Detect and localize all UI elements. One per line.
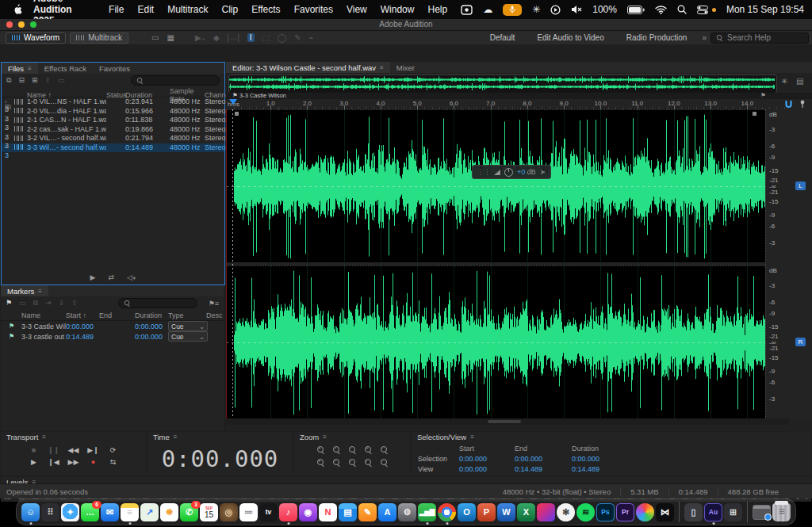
column-duration[interactable]: Duration xyxy=(135,311,168,319)
dock-app-store[interactable]: A xyxy=(378,503,396,521)
right-channel-badge[interactable]: R xyxy=(795,338,806,346)
slip-tool-icon[interactable]: |↔| xyxy=(228,33,239,42)
marker-name[interactable]: 3-3 castle out xyxy=(21,333,66,341)
zoom-full-button[interactable]: · xyxy=(380,458,389,468)
dock-photoshop[interactable]: Ps xyxy=(596,503,615,521)
panel-menu-icon[interactable]: ≡ xyxy=(174,433,178,441)
lasso-selection-tool-icon[interactable]: ◯ xyxy=(278,33,286,42)
column-type[interactable]: Type xyxy=(168,311,206,319)
marker-start[interactable]: 0:00.000 xyxy=(66,323,99,330)
record-button[interactable]: ● xyxy=(87,458,100,466)
dock-photos[interactable]: ❋ xyxy=(160,503,178,521)
fast-forward-button[interactable]: ▶▶ xyxy=(67,458,80,466)
file-row[interactable]: ›2-2 cas…sak - HALF 1.wav0:19.86648000 H… xyxy=(2,125,224,135)
menu-item-view[interactable]: View xyxy=(347,4,367,15)
overview-menu-icon[interactable]: ▤ xyxy=(796,77,803,86)
dock-word[interactable]: W xyxy=(497,503,515,521)
zoom-in-time-button[interactable]: + xyxy=(316,458,325,468)
time-display[interactable]: 0:00.000 xyxy=(147,445,293,472)
snap-magnet-icon[interactable] xyxy=(784,100,793,109)
loop-playback-button[interactable]: ⟳ xyxy=(107,446,120,454)
view-start-value[interactable]: 0:00.000 xyxy=(459,465,515,473)
dock-maps[interactable]: ↗ xyxy=(140,503,159,521)
zoom-out-amplitude-button[interactable]: − xyxy=(332,445,341,455)
tab-editor[interactable]: Editor: 3-3 Wilson Castle - second half.… xyxy=(226,62,390,73)
workspace-default-button[interactable]: Default xyxy=(490,33,515,42)
marker-duration[interactable]: 0:00.000 xyxy=(135,333,168,341)
spotlight-search-icon[interactable] xyxy=(677,5,687,14)
expand-chevron-icon[interactable]: › xyxy=(5,98,14,105)
menu-clock[interactable]: Mon 15 Sep 19:54 xyxy=(726,4,804,15)
play-circle-icon[interactable] xyxy=(550,5,561,15)
gain-hud[interactable]: ⋮⋮ +0 dB ➤ xyxy=(472,165,551,179)
dock-numbers[interactable]: ▂▅▇ xyxy=(418,503,436,521)
import-markers-icon[interactable]: ⇪ xyxy=(71,299,78,307)
dock-premiere-pro[interactable]: Pr xyxy=(616,503,634,521)
zoom-in-point-button[interactable]: + xyxy=(364,445,373,455)
loop-preview-button[interactable]: ⇄ xyxy=(108,273,114,281)
pause-button[interactable]: ❙❙ xyxy=(48,446,60,454)
amplitude-scale[interactable]: dB-3-6-9-15-21-∞-21-15-9-6-3 dB-3-6-9-15… xyxy=(765,109,790,418)
panel-menu-icon[interactable]: ≡ xyxy=(323,433,327,441)
selection-start-value[interactable]: 0:00.000 xyxy=(459,455,515,463)
battery-icon[interactable] xyxy=(627,6,645,14)
insert-into-multitrack-icon[interactable]: ⇪ xyxy=(45,76,52,85)
zoom-in-amplitude-button[interactable]: + xyxy=(316,445,325,455)
tab-favorites[interactable]: Favorites xyxy=(93,63,136,74)
range-handle-left[interactable] xyxy=(235,112,239,116)
overview-settings-icon[interactable]: ✳ xyxy=(781,77,787,86)
hud-gain-value[interactable]: +0 xyxy=(517,168,525,176)
auto-play-button[interactable]: ◁⁎ xyxy=(127,273,136,281)
menu-item-edit[interactable]: Edit xyxy=(137,4,154,15)
marquee-selection-tool-icon[interactable]: ⬚ xyxy=(262,33,270,42)
expand-chevron-icon[interactable]: › xyxy=(5,125,14,132)
zoom-reset-amplitude-button[interactable]: · xyxy=(348,445,357,455)
hud-drag-handle[interactable]: ⋮⋮ xyxy=(477,168,490,176)
stop-button[interactable]: ■ xyxy=(28,446,40,454)
scrollbar-handle[interactable] xyxy=(488,420,521,423)
file-row[interactable]: ›3-2 VIL…- second half.wav0:21.79448000 … xyxy=(2,134,224,143)
column-name[interactable]: Name xyxy=(21,311,66,319)
settings-flower-icon[interactable]: ✳ xyxy=(532,4,540,15)
microphone-in-use-indicator[interactable] xyxy=(503,4,522,16)
zoom-selection-left-button[interactable]: ‹ xyxy=(348,458,357,468)
marker-row[interactable]: ⚑3-3 castle out0:14.4890:00.000Cue⌄ xyxy=(1,331,224,342)
range-handle-right[interactable] xyxy=(753,112,756,116)
panel-menu-icon[interactable]: ≡ xyxy=(380,64,384,71)
timeline-ruler[interactable]: hms 1.02.03.04.05.06.07.08.09.010.011.01… xyxy=(226,99,812,110)
dock-facetime[interactable]: ✆3 xyxy=(180,503,198,521)
media-browser-icon[interactable]: ⊟ xyxy=(18,76,25,85)
expand-chevron-icon[interactable]: › xyxy=(5,116,14,124)
marker-list-options-icon[interactable]: ⚑≡ xyxy=(209,300,219,307)
dock-safari[interactable]: ✦ xyxy=(61,503,79,521)
expand-chevron-icon[interactable]: › xyxy=(5,135,14,142)
rewind-button[interactable]: ◀◀ xyxy=(67,446,80,454)
open-file-icon[interactable]: ⧉ xyxy=(6,76,11,85)
dock-garageband[interactable]: ◎ xyxy=(220,503,238,521)
go-to-next-button[interactable]: ▶❙ xyxy=(87,446,100,454)
dock-screenshot-preview[interactable] xyxy=(753,503,771,521)
search-help-field[interactable]: Search Help xyxy=(710,32,809,44)
menu-item-multitrack[interactable]: Multitrack xyxy=(167,4,208,15)
marker-type-dropdown[interactable]: Cue⌄ xyxy=(168,321,208,331)
panel-menu-icon[interactable]: ≡ xyxy=(42,433,46,441)
waveform-view-button[interactable]: Waveform xyxy=(6,32,66,44)
dock-excel[interactable]: X xyxy=(517,503,535,521)
dock-iphone-mirroring[interactable]: ▯ xyxy=(684,503,703,521)
dock-keynote[interactable]: ▤ xyxy=(339,503,357,521)
window-title-bar[interactable]: Adobe Audition xyxy=(0,19,812,31)
view-duration-value[interactable]: 0:14.489 xyxy=(572,465,630,473)
clip-marker-label[interactable]: 3-3 Castle Wilson xyxy=(239,93,286,99)
menu-item-help[interactable]: Help xyxy=(427,4,447,15)
delete-marker-icon[interactable]: ▭ xyxy=(19,299,26,307)
new-content-icon[interactable]: ⊞ xyxy=(32,76,38,85)
marker-name[interactable]: 3-3 Castle Wilson xyxy=(21,323,66,330)
zoom-history-button[interactable]: · xyxy=(380,445,389,455)
dock-launchpad[interactable]: ⠿ xyxy=(41,503,59,521)
play-preview-button[interactable]: ▶ xyxy=(90,273,96,281)
dock-messages[interactable]: …6 xyxy=(81,503,99,521)
files-search-field[interactable] xyxy=(131,75,220,86)
multitrack-view-button[interactable]: Multitrack xyxy=(70,32,128,44)
menu-item-favorites[interactable]: Favorites xyxy=(294,4,333,15)
dock-chrome[interactable] xyxy=(438,503,456,521)
